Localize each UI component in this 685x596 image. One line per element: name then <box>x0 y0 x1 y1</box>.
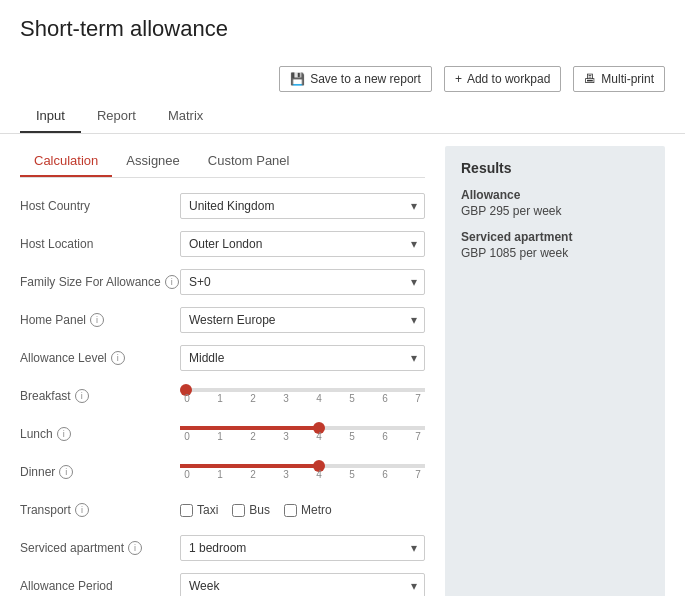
allowance-result: Allowance GBP 295 per week <box>461 188 649 218</box>
main-tabs: Input Report Matrix <box>0 100 685 134</box>
allowance-result-label: Allowance <box>461 188 649 202</box>
allowance-level-info-icon[interactable]: i <box>111 351 125 365</box>
breakfast-slider[interactable] <box>180 388 425 392</box>
family-size-select-wrap: S+0 <box>180 269 425 295</box>
home-panel-control: Western Europe <box>180 307 425 333</box>
lunch-row: Lunch i 01234567 <box>20 420 425 448</box>
bus-checkbox[interactable] <box>232 504 245 517</box>
home-panel-select-wrap: Western Europe <box>180 307 425 333</box>
host-country-select-wrap: United Kingdom <box>180 193 425 219</box>
serviced-apartment-label: Serviced apartment i <box>20 541 180 555</box>
serviced-apartment-result-label: Serviced apartment <box>461 230 649 244</box>
multi-print-button[interactable]: 🖶 Multi-print <box>573 66 665 92</box>
lunch-label: Lunch i <box>20 427 180 441</box>
allowance-level-select[interactable]: Middle <box>180 345 425 371</box>
host-location-select[interactable]: Outer London <box>180 231 425 257</box>
host-country-row: Host Country United Kingdom <box>20 192 425 220</box>
host-country-select[interactable]: United Kingdom <box>180 193 425 219</box>
allowance-period-select[interactable]: Week <box>180 573 425 596</box>
subtab-assignee[interactable]: Assignee <box>112 146 193 177</box>
bus-option[interactable]: Bus <box>232 503 270 517</box>
plus-icon: + <box>455 72 462 86</box>
family-size-control: S+0 <box>180 269 425 295</box>
breakfast-slider-row: 01234567 <box>180 388 425 404</box>
allowance-result-value: GBP 295 per week <box>461 204 649 218</box>
family-size-label: Family Size For Allowance i <box>20 275 180 289</box>
serviced-apartment-result: Serviced apartment GBP 1085 per week <box>461 230 649 260</box>
tab-report[interactable]: Report <box>81 100 152 133</box>
add-workpad-button[interactable]: + Add to workpad <box>444 66 561 92</box>
results-panel: Results Allowance GBP 295 per week Servi… <box>445 146 665 596</box>
dinner-info-icon[interactable]: i <box>59 465 73 479</box>
dinner-row: Dinner i 01234567 <box>20 458 425 486</box>
save-report-button[interactable]: 💾 Save to a new report <box>279 66 432 92</box>
host-location-select-wrap: Outer London <box>180 231 425 257</box>
family-size-row: Family Size For Allowance i S+0 <box>20 268 425 296</box>
transport-label: Transport i <box>20 503 180 517</box>
breakfast-info-icon[interactable]: i <box>75 389 89 403</box>
dinner-slider-labels: 01234567 <box>180 469 425 480</box>
allowance-level-select-wrap: Middle <box>180 345 425 371</box>
save-icon: 💾 <box>290 72 305 86</box>
results-title: Results <box>461 160 649 176</box>
dinner-slider-row: 01234567 <box>180 464 425 480</box>
serviced-apartment-control: 1 bedroom <box>180 535 425 561</box>
form-section: Calculation Assignee Custom Panel Host C… <box>0 134 445 596</box>
tab-matrix[interactable]: Matrix <box>152 100 219 133</box>
metro-checkbox[interactable] <box>284 504 297 517</box>
dinner-label: Dinner i <box>20 465 180 479</box>
home-panel-row: Home Panel i Western Europe <box>20 306 425 334</box>
family-size-select[interactable]: S+0 <box>180 269 425 295</box>
transport-options: Taxi Bus Metro <box>180 503 425 517</box>
allowance-period-control: Week <box>180 573 425 596</box>
serviced-apartment-info-icon[interactable]: i <box>128 541 142 555</box>
metro-option[interactable]: Metro <box>284 503 332 517</box>
breakfast-slider-labels: 01234567 <box>180 393 425 404</box>
breakfast-row: Breakfast i 01234567 <box>20 382 425 410</box>
allowance-period-row: Allowance Period Week <box>20 572 425 596</box>
breakfast-control: 01234567 <box>180 388 425 404</box>
transport-row: Transport i Taxi Bus Metro <box>20 496 425 524</box>
tab-input[interactable]: Input <box>20 100 81 133</box>
serviced-apartment-result-value: GBP 1085 per week <box>461 246 649 260</box>
lunch-info-icon[interactable]: i <box>57 427 71 441</box>
home-panel-info-icon[interactable]: i <box>90 313 104 327</box>
host-location-control: Outer London <box>180 231 425 257</box>
serviced-apartment-row: Serviced apartment i 1 bedroom <box>20 534 425 562</box>
lunch-control: 01234567 <box>180 426 425 442</box>
sub-tabs: Calculation Assignee Custom Panel <box>20 146 425 178</box>
transport-control: Taxi Bus Metro <box>180 503 425 517</box>
subtab-calculation[interactable]: Calculation <box>20 146 112 177</box>
allowance-period-select-wrap: Week <box>180 573 425 596</box>
host-country-label: Host Country <box>20 199 180 213</box>
page-title: Short-term allowance <box>20 16 665 42</box>
lunch-slider-row: 01234567 <box>180 426 425 442</box>
dinner-control: 01234567 <box>180 464 425 480</box>
home-panel-label: Home Panel i <box>20 313 180 327</box>
print-icon: 🖶 <box>584 72 596 86</box>
toolbar: 💾 Save to a new report + Add to workpad … <box>0 62 685 100</box>
allowance-level-row: Allowance Level i Middle <box>20 344 425 372</box>
serviced-apartment-select[interactable]: 1 bedroom <box>180 535 425 561</box>
content-area: Calculation Assignee Custom Panel Host C… <box>0 134 685 596</box>
home-panel-select[interactable]: Western Europe <box>180 307 425 333</box>
host-location-row: Host Location Outer London <box>20 230 425 258</box>
allowance-level-label: Allowance Level i <box>20 351 180 365</box>
allowance-level-control: Middle <box>180 345 425 371</box>
transport-info-icon[interactable]: i <box>75 503 89 517</box>
taxi-checkbox[interactable] <box>180 504 193 517</box>
serviced-apartment-select-wrap: 1 bedroom <box>180 535 425 561</box>
subtab-custompanel[interactable]: Custom Panel <box>194 146 304 177</box>
taxi-option[interactable]: Taxi <box>180 503 218 517</box>
host-location-label: Host Location <box>20 237 180 251</box>
dinner-slider[interactable] <box>180 464 425 468</box>
breakfast-label: Breakfast i <box>20 389 180 403</box>
host-country-control: United Kingdom <box>180 193 425 219</box>
allowance-period-label: Allowance Period <box>20 579 180 593</box>
lunch-slider-labels: 01234567 <box>180 431 425 442</box>
lunch-slider[interactable] <box>180 426 425 430</box>
family-size-info-icon[interactable]: i <box>165 275 179 289</box>
page-header: Short-term allowance <box>0 0 685 62</box>
